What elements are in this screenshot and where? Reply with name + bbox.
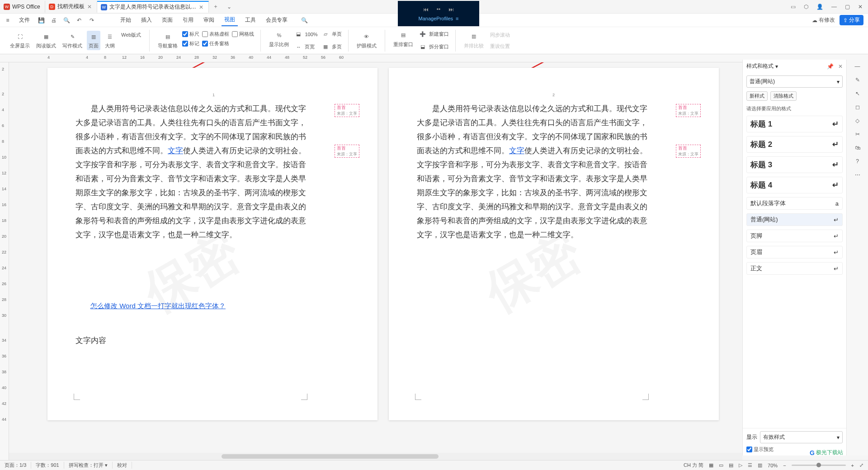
list-icon[interactable]: ≡ [456, 16, 458, 21]
menu-ref[interactable]: 引用 [180, 14, 196, 26]
window-icon[interactable]: ▭ [791, 4, 796, 10]
style-footer[interactable]: 页脚↵ [746, 230, 843, 242]
cursor-icon[interactable]: ↖ [855, 90, 860, 97]
pin-icon[interactable]: 📌 [827, 63, 834, 70]
web-mode-icon[interactable]: ▤ [729, 462, 733, 468]
style-heading4[interactable]: 标题 4↵ [746, 177, 843, 193]
zoom-button[interactable]: %显示比例 [267, 29, 291, 49]
eye-protect-button[interactable]: 👁护眼模式 [355, 31, 378, 50]
outline-mode-icon[interactable]: ☰ [748, 462, 752, 468]
modified-badge[interactable]: ☁ 有修改 [812, 16, 835, 24]
nav-pane-button[interactable]: ▤导航窗格 [156, 31, 179, 50]
menu-review[interactable]: 审阅 [201, 14, 217, 26]
status-page[interactable]: 页面：1/3 [0, 462, 31, 469]
search-icon[interactable]: 🔍 [300, 16, 308, 24]
menu-insert[interactable]: 插入 [138, 14, 155, 26]
hyperlink-text[interactable]: 文字 [509, 146, 524, 155]
outline-button[interactable]: ☰大纲 [103, 31, 117, 50]
menu-page[interactable]: 页面 [159, 14, 175, 26]
cube-icon[interactable]: ⬡ [804, 4, 808, 10]
style-heading1[interactable]: 标题 1↵ [746, 116, 843, 132]
body-paragraph[interactable]: 是人类用符号记录表达信息以传之久远的方式和工具。现代文字大多是记录语言的工具。人… [417, 102, 647, 242]
comment-marker[interactable]: 首首来源：文享 [335, 104, 359, 117]
gridlines-checkbox[interactable]: 网格线 [232, 31, 254, 38]
tab-templates[interactable]: D 找稻壳模板 ✕ [45, 1, 97, 13]
menu-vip[interactable]: 会员专享 [263, 14, 290, 26]
body-paragraph[interactable]: 是人类用符号记录表达信息以传之久远的方式和工具。现代文字大多是记录语言的工具。人… [75, 102, 306, 242]
zoom-in-icon[interactable]: + [851, 463, 854, 468]
shapes-icon[interactable]: ◇ [855, 118, 859, 124]
new-style-button[interactable]: 新样式 [746, 91, 768, 101]
fullscreen-button[interactable]: ⛶全屏显示 [8, 31, 32, 50]
horizontal-ruler[interactable]: 4 4 8 12 16 20 24 28 32 36 40 44 48 52 5… [0, 54, 868, 62]
scroll-thumb[interactable] [222, 454, 439, 459]
hyperlink-help[interactable]: 怎么修改 Word 文档一打字就出现红色字体？ [90, 302, 226, 310]
menu-start[interactable]: 开始 [118, 14, 134, 26]
new-tab-button[interactable]: ＋ [209, 3, 222, 10]
status-wordcount[interactable]: 字数：901 [31, 462, 64, 469]
share-button[interactable]: ⇪ 分享 [840, 15, 863, 25]
writing-mode-button[interactable]: ✎写作模式 [61, 31, 84, 50]
read-mode-icon[interactable]: ▭ [719, 462, 723, 468]
grid-mode-icon[interactable]: ▥ [758, 462, 762, 468]
tab-wps-office[interactable]: W WPS Office [0, 1, 45, 13]
slider-thumb[interactable] [816, 463, 821, 467]
close-icon[interactable]: ✕ [87, 4, 92, 9]
ime-indicator[interactable]: CH 力 简 [684, 462, 703, 469]
page-view-button[interactable]: ▥页面 [87, 31, 100, 50]
split-window-button[interactable]: ⬓拆分窗口 [418, 42, 449, 52]
menu-view[interactable]: 视图 [222, 14, 238, 26]
file-menu[interactable]: 文件 [16, 14, 33, 26]
close-icon[interactable]: ✕ [198, 5, 204, 10]
style-heading3[interactable]: 标题 3↵ [746, 156, 843, 173]
arrange-windows-button[interactable]: ▤重排窗口 [392, 29, 415, 49]
collapse-icon[interactable]: — [855, 63, 860, 70]
style-header[interactable]: 页眉↵ [746, 246, 843, 258]
zoom-100-button[interactable]: ⬓100% [293, 29, 317, 39]
comment-marker[interactable]: 首首来源：文享 [676, 145, 701, 158]
redo-icon[interactable]: ↷ [88, 16, 96, 24]
close-window-icon[interactable]: ✕ [858, 4, 863, 10]
multi-page-button[interactable]: ▦多页 [321, 42, 342, 52]
undo-icon[interactable]: ↶ [75, 16, 83, 24]
section-title[interactable]: 文字内容 [75, 335, 106, 346]
tab-document[interactable]: W 文字是人类用符号记录表达信息以… ✕ [97, 1, 209, 13]
hyperlink-text[interactable]: 文字 [168, 146, 183, 155]
new-window-button[interactable]: ➕新建窗口 [418, 29, 449, 39]
play-icon[interactable]: •• [437, 6, 440, 13]
document-page-2[interactable]: 2 是人类用符号记录表达信息以传之久远的方式和工具。现代文字大多是记录语言的工具… [389, 68, 719, 420]
vertical-ruler[interactable]: 2 2 4 6 8 10 12 14 16 18 20 22 24 26 28 … [0, 62, 9, 460]
comment-marker[interactable]: 首首来源：文享 [676, 104, 701, 117]
store-icon[interactable]: 🛍 [855, 145, 860, 151]
maximize-icon[interactable]: ▢ [845, 4, 850, 10]
prev-icon[interactable]: ⏮ [423, 6, 429, 13]
more-icon[interactable]: ⋯ [855, 172, 860, 178]
single-page-button[interactable]: ▱单页 [321, 29, 342, 39]
next-icon[interactable]: ⏭ [448, 6, 454, 13]
clear-format-button[interactable]: 清除格式 [770, 91, 797, 101]
status-proof[interactable]: 校对 [113, 462, 132, 469]
minimize-icon[interactable]: — [831, 4, 837, 10]
menu-tools[interactable]: 工具 [242, 14, 259, 26]
comment-marker[interactable]: 首首来源：文享 [335, 145, 359, 158]
table-border-checkbox[interactable]: 表格虚框 [202, 31, 229, 38]
style-default-font[interactable]: 默认段落字体a [746, 197, 843, 210]
print-icon[interactable]: 🖨 [50, 16, 58, 24]
horizontal-scrollbar[interactable] [9, 453, 742, 460]
scissors-icon[interactable]: ✂ [855, 131, 860, 137]
close-panel-icon[interactable]: ✕ [838, 63, 843, 70]
style-normal-web[interactable]: 普通(网站)↵ [746, 213, 843, 226]
view-mode-icon[interactable]: ▦ [709, 462, 713, 468]
print-preview-icon[interactable]: 🔍 [62, 16, 71, 24]
fit-icon[interactable]: ⤢ [859, 462, 863, 468]
status-spellcheck[interactable]: 拼写检查：打开 ▾ [64, 462, 113, 469]
tab-list-dropdown[interactable]: ⌄ [222, 4, 236, 10]
chevron-down-icon[interactable]: ▾ [775, 63, 778, 70]
save-icon[interactable]: 💾 [37, 16, 45, 24]
style-body[interactable]: 正文↵ [746, 262, 843, 275]
document-page-1[interactable]: 1 是人类用符号记录表达信息以传之久远的方式和工具。现代文字大多是记录语言的工具… [47, 68, 377, 420]
document-canvas[interactable]: 1 是人类用符号记录表达信息以传之久远的方式和工具。现代文字大多是记录语言的工具… [9, 62, 868, 460]
show-filter-select[interactable]: 有效样式▾ [760, 431, 843, 443]
style-heading2[interactable]: 标题 2↵ [746, 136, 843, 153]
zoom-out-icon[interactable]: − [783, 463, 786, 468]
